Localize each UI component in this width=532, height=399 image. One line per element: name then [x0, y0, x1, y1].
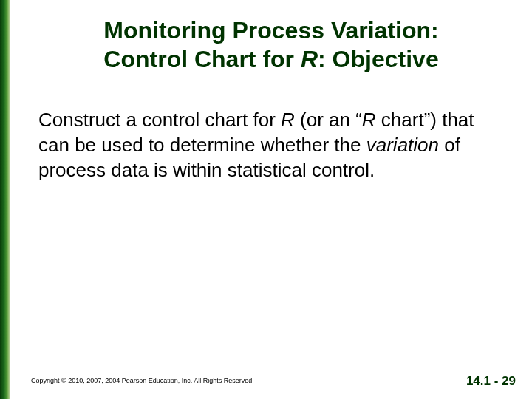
body-r2: R — [362, 109, 376, 131]
body-r1: R — [281, 109, 295, 131]
slide-content: Monitoring Process Variation: Control Ch… — [10, 0, 532, 399]
slide-body: Construct a control chart for R (or an “… — [10, 74, 532, 183]
title-line1: Monitoring Process Variation: — [103, 17, 438, 44]
copyright-text: Copyright © 2010, 2007, 2004 Pearson Edu… — [31, 377, 254, 384]
title-line2-r: R — [301, 46, 318, 72]
title-line2-pre: Control Chart for — [103, 46, 301, 72]
side-gradient-stripe — [0, 0, 10, 399]
title-line2-post: : Objective — [318, 46, 439, 72]
body-t2: (or an “ — [295, 109, 362, 131]
page-number: 14.1 - 29 — [466, 374, 516, 389]
body-t1: Construct a control chart for — [38, 109, 281, 131]
body-var: variation — [366, 134, 439, 156]
slide-title: Monitoring Process Variation: Control Ch… — [10, 0, 532, 74]
